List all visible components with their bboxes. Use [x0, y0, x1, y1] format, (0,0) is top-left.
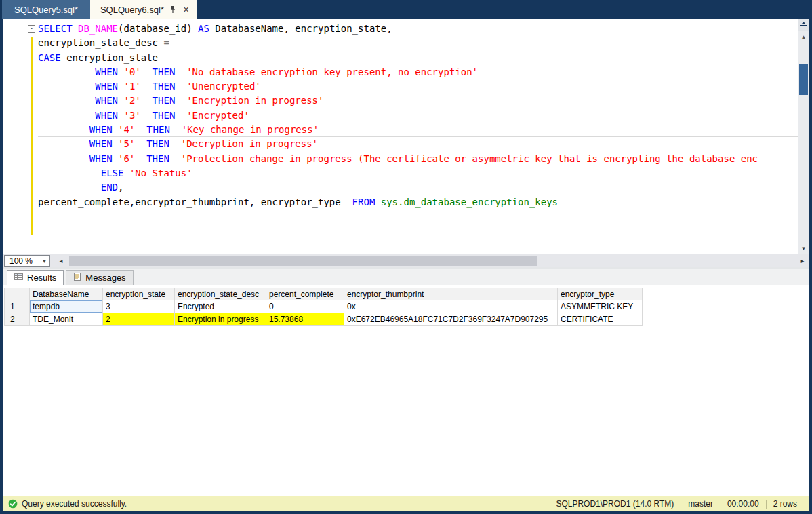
chevron-down-icon: ▼	[39, 256, 49, 266]
code-token: '6'	[118, 153, 135, 164]
grid-cell[interactable]: 0xE672EB46965A18FC71C7D2F369F3247A7D9072…	[344, 313, 558, 326]
code-token: encryption_state_desc	[38, 37, 163, 48]
code-line: WHEN '6' THEN 'Protection change in prog…	[38, 152, 798, 166]
code-token	[175, 95, 186, 106]
zoom-combo[interactable]: 100 % ▼	[4, 255, 50, 267]
grid-cell[interactable]: 0	[266, 300, 344, 313]
results-tabstrip: Results Messages	[3, 267, 809, 285]
code-token	[38, 110, 95, 121]
statusbar-right: SQLPROD1\PROD1 (14.0 RTM) master 00:00:0…	[549, 499, 804, 509]
code-token	[38, 81, 95, 92]
grid-cell[interactable]: CERTIFICATE	[558, 313, 643, 326]
code-token: THEN	[153, 95, 176, 106]
code-token: T	[146, 124, 152, 135]
sql-editor[interactable]: - SELECT DB_NAME(database_id) AS Databas…	[3, 19, 809, 254]
code-token: WHEN	[95, 95, 123, 106]
split-editor-grip-icon[interactable]	[798, 19, 809, 31]
code-token: WHEN	[89, 124, 118, 135]
tab-label: SQLQuery5.sql*	[14, 5, 78, 15]
column-header[interactable]: encryption_state	[103, 288, 175, 300]
grid-cell[interactable]: Encrypted	[175, 300, 266, 313]
status-message: Query executed successfully.	[22, 499, 127, 509]
code-token: DatabaseName, encryption_state,	[209, 23, 392, 34]
scroll-down-icon[interactable]: ▼	[798, 245, 809, 252]
tab-label: Results	[27, 273, 56, 283]
tab-label: Messages	[85, 273, 125, 283]
grid-cell[interactable]: Encryption in progress	[175, 313, 266, 326]
code-token: AS	[198, 23, 209, 34]
grid-cell[interactable]: 2	[103, 313, 175, 326]
messages-icon	[73, 273, 81, 283]
server-info: SQLPROD1\PROD1 (14.0 RTM)	[549, 499, 681, 509]
code-token: 'Unencrypted'	[186, 81, 261, 92]
grid-cell[interactable]: 15.73868	[266, 313, 344, 326]
grid-cell[interactable]: ASYMMETRIC KEY	[558, 300, 643, 313]
tab-results[interactable]: Results	[7, 270, 64, 285]
code-line: encryption_state_desc =	[38, 36, 798, 50]
horizontal-scrollbar[interactable]: ◄ ►	[56, 255, 808, 267]
pin-icon[interactable]	[169, 5, 176, 14]
code-area[interactable]: SELECT DB_NAME(database_id) AS DatabaseN…	[3, 19, 798, 254]
close-icon[interactable]: ✕	[182, 5, 190, 14]
column-header[interactable]: encryptor_type	[558, 288, 643, 300]
tab-label: SQLQuery6.sql*	[100, 5, 164, 15]
code-token: WHEN	[89, 138, 118, 149]
code-token: percent_complete,encryptor_thumbprint, e…	[38, 197, 352, 207]
code-token	[135, 138, 146, 149]
code-token: ELSE	[101, 167, 129, 178]
horizontal-scroll-track[interactable]	[66, 255, 797, 267]
horizontal-scrollbar-thumb[interactable]	[69, 256, 537, 266]
column-header[interactable]: encryptor_thumbprint	[344, 288, 558, 300]
grid-cell[interactable]: TDE_Monit	[30, 313, 103, 326]
code-token	[38, 153, 89, 164]
code-token	[38, 66, 95, 77]
zoom-value: 100 %	[9, 256, 33, 266]
tab-sqlquery5[interactable]: SQLQuery5.sql*	[2, 0, 90, 19]
code-token	[38, 182, 101, 193]
scroll-up-icon[interactable]: ▲	[798, 34, 809, 40]
code-line: WHEN '2' THEN 'Encryption in progress'	[38, 94, 798, 108]
code-line: WHEN '0' THEN 'No database encryption ke…	[38, 65, 798, 79]
collapse-region-icon[interactable]: -	[28, 25, 35, 33]
row-number[interactable]: 1	[4, 300, 30, 313]
track-changes-bar	[31, 37, 33, 235]
code-line: CASE encryption_state	[38, 51, 798, 65]
code-token	[169, 153, 181, 164]
code-line: ELSE 'No Status'	[38, 166, 798, 180]
code-token: =	[163, 37, 169, 48]
scroll-right-icon[interactable]: ►	[797, 258, 808, 264]
code-token: FROM	[352, 197, 375, 207]
grid-cell[interactable]: 0x	[344, 300, 558, 313]
corner-header[interactable]	[4, 288, 30, 300]
editor-bottom-bar: 100 % ▼ ◄ ►	[3, 254, 809, 267]
code-token	[38, 95, 95, 106]
code-token: '4'	[118, 124, 135, 135]
code-token	[38, 124, 89, 135]
tab-sqlquery6[interactable]: SQLQuery6.sql* ✕	[90, 0, 197, 19]
code-token	[38, 138, 89, 149]
grid-cell[interactable]: tempdb	[30, 300, 103, 313]
code-token: THEN	[153, 66, 176, 77]
column-header[interactable]: percent_complete	[266, 288, 344, 300]
column-header[interactable]: encryption_state_desc	[175, 288, 266, 300]
vertical-scrollbar[interactable]: ▲ ▼	[798, 19, 809, 254]
grid-cell[interactable]: 3	[103, 300, 175, 313]
code-token: '5'	[118, 138, 135, 149]
code-token	[175, 110, 186, 121]
code-token	[169, 138, 181, 149]
code-token	[375, 197, 380, 207]
code-token: sys.dm_database_encryption_keys	[381, 197, 558, 207]
code-line: WHEN '3' THEN 'Encrypted'	[38, 108, 798, 123]
table-row: 1tempdb3Encrypted00xASYMMETRIC KEY	[4, 300, 809, 313]
column-header[interactable]: DatabaseName	[30, 288, 103, 300]
code-token: THEN	[146, 138, 169, 149]
grid-header-row: DatabaseNameencryption_stateencryption_s…	[4, 288, 809, 300]
scroll-left-icon[interactable]: ◄	[56, 258, 66, 264]
code-line: WHEN '4' THEN 'Key change in progress'	[38, 123, 798, 137]
row-number[interactable]: 2	[4, 313, 30, 326]
tab-messages[interactable]: Messages	[66, 270, 133, 285]
elapsed-time: 00:00:00	[720, 499, 766, 509]
code-token: DB_NAME	[78, 23, 118, 34]
code-token	[170, 124, 182, 135]
vertical-scrollbar-thumb[interactable]	[799, 64, 808, 95]
